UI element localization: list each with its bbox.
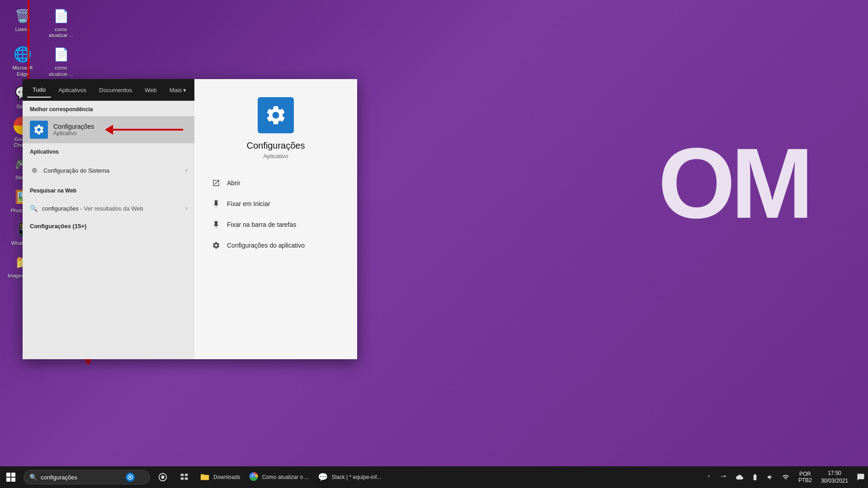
downloads-folder-icon [200, 472, 210, 483]
abrir-icon [211, 178, 222, 188]
taskbar: 🔍 Downloads [0, 466, 868, 488]
chevron-down-icon: ▾ [183, 87, 186, 94]
svg-rect-9 [11, 478, 15, 482]
svg-rect-17 [185, 478, 188, 480]
document-icon-2: 📄 [52, 45, 70, 63]
config-web-item[interactable]: 🔍 configurações - Ver resultados da Web … [23, 201, 194, 216]
action-fixar-barra[interactable]: Fixar na barra de tarefas [203, 215, 348, 235]
task-view-button[interactable] [174, 466, 195, 488]
more-results-label: Configurações (15+) [23, 219, 194, 233]
tray-wifi-icon[interactable] [778, 466, 793, 488]
web-search-label: Pesquisar na Web [23, 182, 194, 197]
config-web-left: 🔍 configurações - Ver resultados da Web [30, 205, 143, 212]
svg-point-20 [252, 475, 255, 478]
fixar-barra-icon [211, 219, 222, 230]
web-section: 🔍 configurações - Ver resultados da Web … [23, 197, 194, 219]
cortana-icon [126, 473, 135, 482]
taskbar-language[interactable]: POR PTB2 [795, 466, 816, 488]
fixar-iniciar-label: Fixar em Iniciar [227, 200, 270, 207]
svg-rect-16 [181, 478, 184, 480]
action-abrir[interactable]: Abrir [203, 173, 348, 193]
tab-documentos[interactable]: Documentos [94, 83, 137, 97]
config-web-subtitle: - Ver resultados da Web [79, 205, 143, 212]
config-web-chevron: › [185, 205, 187, 211]
config-sistema-chevron: › [185, 167, 187, 174]
action-config-app[interactable]: Configurações do aplicativo [203, 235, 348, 255]
slack-taskbar-label: Slack | * equipe-inf... [331, 474, 381, 480]
windows-icon [6, 473, 15, 482]
taskbar-slack-icon: 💬 [318, 472, 328, 482]
taskbar-app-downloads[interactable]: Downloads [195, 466, 245, 488]
svg-rect-15 [185, 474, 188, 476]
arrow-top [24, 0, 33, 92]
desktop-icon-como-atualizar-2[interactable]: 📄 como atualizar ... [43, 43, 79, 79]
desktop-icon-edge[interactable]: 🌐 Microsoft Edge [5, 43, 41, 79]
search-input[interactable] [41, 474, 122, 481]
taskbar-chrome-icon [249, 472, 258, 483]
taskbar-apps: Downloads Como atualizar o ... [195, 466, 386, 488]
tray-battery-icon[interactable] [748, 466, 762, 488]
arrow-left-configs [104, 120, 185, 141]
svg-point-11 [129, 476, 131, 478]
svg-rect-14 [181, 474, 184, 476]
chrome-taskbar-label: Como atualizar o ... [262, 474, 309, 480]
clock-time: 17:50 [828, 469, 841, 477]
tray-network-icon[interactable] [717, 466, 731, 488]
lang-secondary: PTB2 [798, 477, 812, 483]
desktop-icon-lixeira[interactable]: 🗑️ Lixeira [5, 5, 41, 41]
taskbar-search-bar[interactable]: 🔍 [24, 470, 150, 484]
desktop-icon-como-atualizar-1[interactable]: 📄 como atualizar ... [43, 5, 79, 41]
right-app-name: Configurações [247, 141, 305, 151]
document-icon-1: 📄 [52, 7, 70, 25]
taskbar-app-slack[interactable]: 💬 Slack | * equipe-inf... [313, 466, 386, 488]
config-app-label: Configurações do aplicativo [227, 242, 305, 249]
search-tabs: Tudo Aplicativos Documentos Web Mais ▾ 🚩… [23, 79, 194, 101]
tray-cloud-icon[interactable] [732, 466, 747, 488]
taskbar-app-chrome[interactable]: Como atualizar o ... [245, 466, 313, 488]
search-panel: Tudo Aplicativos Documentos Web Mais ▾ 🚩… [23, 79, 357, 359]
tab-tudo[interactable]: Tudo [27, 83, 51, 98]
config-web-label: configurações - Ver resultados da Web [42, 205, 143, 212]
taskbar-search-icon: 🔍 [29, 474, 37, 481]
svg-marker-3 [105, 125, 113, 135]
right-actions: Abrir Fixar em Iniciar Fixar na barra de… [203, 173, 348, 255]
config-sistema-item[interactable]: ⚙ Configuração do Sistema › [23, 162, 194, 178]
arrow-down-top-svg [24, 0, 33, 90]
config-sistema-left: ⚙ Configuração do Sistema [30, 166, 109, 175]
arrow-left-svg [104, 120, 185, 139]
svg-rect-6 [6, 473, 10, 477]
desktop-brand-text: OM [658, 127, 809, 241]
right-app-icon [258, 97, 294, 133]
fixar-barra-label: Fixar na barra de tarefas [227, 221, 296, 228]
taskbar-clock[interactable]: 17:50 30/03/2021 [816, 466, 854, 488]
search-right-panel: Configurações Aplicativo Abrir Fixar em … [194, 79, 357, 359]
config-sistema-label: Configuração do Sistema [43, 167, 109, 174]
como-atualizar-2-label: como atualizar ... [45, 65, 77, 77]
search-web-icon: 🔍 [30, 205, 38, 212]
tab-aplicativos[interactable]: Aplicativos [53, 83, 92, 97]
tray-expand-icon[interactable]: ^ [702, 466, 716, 488]
tray-volume-icon[interactable] [763, 466, 778, 488]
action-fixar-iniciar[interactable]: Fixar em Iniciar [203, 194, 348, 214]
svg-point-13 [161, 475, 164, 479]
config-app-icon [211, 240, 222, 251]
best-match-label: Melhor correspondência [23, 101, 194, 116]
apps-section-label: Aplicativos [23, 143, 194, 159]
svg-rect-7 [11, 473, 15, 477]
tab-mais[interactable]: Mais ▾ [164, 83, 192, 97]
clock-date: 30/03/2021 [821, 477, 848, 485]
downloads-label: Downloads [213, 474, 240, 480]
notification-center-button[interactable] [854, 466, 868, 488]
lang-primary: POR [799, 471, 811, 477]
tab-web[interactable]: Web [139, 83, 162, 97]
desktop: OM 🗑️ Lixeira 📄 como atualizar ... 🌐 Mic… [0, 0, 868, 488]
config-sistema-icon: ⚙ [30, 166, 39, 175]
configuracoes-icon [30, 121, 48, 139]
tab-mais-label: Mais [170, 87, 182, 94]
edge-label: Microsoft Edge [7, 65, 38, 77]
start-button[interactable] [0, 466, 22, 488]
apps-section: ⚙ Configuração do Sistema › [23, 159, 194, 182]
cortana-button[interactable] [152, 466, 174, 488]
right-app-type: Aplicativo [263, 153, 288, 160]
svg-rect-8 [6, 478, 10, 482]
